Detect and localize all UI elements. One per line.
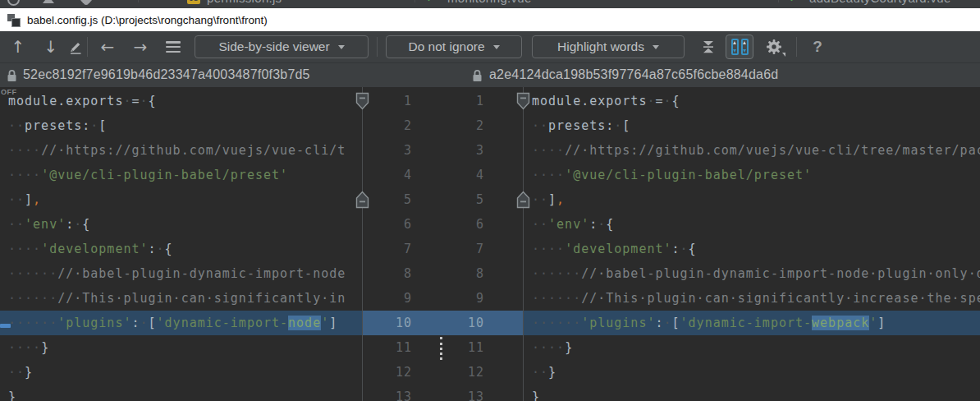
code-token: ······ xyxy=(532,316,581,330)
code-token: presets: xyxy=(548,118,614,133)
line-number-left: 9 xyxy=(363,286,412,311)
fold-region-marker[interactable] xyxy=(516,191,530,209)
tab-monitoring-vue[interactable]: monitoring.vue xyxy=(447,0,532,5)
code-token: ···· xyxy=(8,143,41,158)
tab-separator xyxy=(778,0,779,2)
code-token: ' xyxy=(321,316,329,330)
code-token: · xyxy=(598,217,606,232)
circle-icon[interactable] xyxy=(7,0,20,6)
code-token: //·https://github.com/vuejs/vue-cli/tree… xyxy=(565,143,980,158)
code-token: } xyxy=(25,365,33,380)
chevron-down-icon xyxy=(653,45,659,49)
diff-window-icon xyxy=(7,14,20,26)
code-token: ·· xyxy=(8,365,25,380)
navigate-forward-button[interactable]: → xyxy=(124,35,157,59)
tab-permission-js[interactable]: permission.js xyxy=(207,0,282,5)
fold-region-marker[interactable] xyxy=(355,191,369,209)
toolbar-separator xyxy=(377,37,378,57)
line-number-left: 13 xyxy=(363,385,412,401)
vcs-incoming-arrow-icon: ↓ xyxy=(789,0,795,3)
menu-button[interactable] xyxy=(157,35,190,59)
code-line: ····'@vue/cli-plugin-babel/preset' xyxy=(0,163,362,187)
window-title: babel.config.js (D:\projects\rongchang\f… xyxy=(27,14,268,26)
line-number-right: 6 xyxy=(435,212,484,237)
settings-button[interactable] xyxy=(760,35,788,59)
navigate-back-button[interactable]: ← xyxy=(91,35,124,59)
code-token: [ xyxy=(98,118,107,133)
code-token: ] xyxy=(329,316,337,330)
code-line: ······'plugins':·['dynamic-import-webpac… xyxy=(524,311,980,335)
left-code-pane[interactable]: module.exports·=·{··presets:·[····//·htt… xyxy=(0,87,362,401)
help-button[interactable]: ? xyxy=(805,35,830,59)
code-token: · xyxy=(140,94,149,108)
settings-flower-icon[interactable] xyxy=(81,0,91,4)
hamburger-icon xyxy=(166,41,181,53)
code-token: , xyxy=(556,192,565,207)
ignore-policy-dropdown[interactable]: Do not ignore xyxy=(386,35,522,58)
highlight-mode-dropdown[interactable]: Highlight words xyxy=(532,35,685,58)
line-number-right: 5 xyxy=(435,187,484,212)
code-token: ·· xyxy=(532,192,548,207)
code-token: //·This·plugin·can·significantly·in xyxy=(57,291,346,306)
line-number-left: 12 xyxy=(363,360,412,385)
line-number-right: 10 xyxy=(435,311,484,335)
code-line: ······'plugins':·['dynamic-import-node'] xyxy=(0,311,362,335)
collapse-icon xyxy=(700,39,717,55)
line-number-right: 1 xyxy=(435,89,484,113)
code-token: ···· xyxy=(8,242,41,256)
code-token: 'plugins' xyxy=(57,316,131,330)
edit-pencil-button[interactable] xyxy=(67,35,84,59)
toolbar-separator xyxy=(796,37,797,57)
chevron-down-icon xyxy=(493,45,500,49)
code-line: ······//·babel-plugin-dynamic-import-nod… xyxy=(0,261,362,286)
code-line: ····} xyxy=(524,335,980,360)
next-change-button[interactable]: ↓ xyxy=(34,35,67,59)
line-number-left: 6 xyxy=(363,212,412,237)
code-token: [ xyxy=(622,118,630,133)
code-token: node xyxy=(288,316,321,330)
scrollbar-icon xyxy=(731,39,739,55)
tab-separator xyxy=(138,0,139,2)
code-token: ·· xyxy=(8,118,25,133)
viewer-mode-label: Side-by-side viewer xyxy=(218,39,329,54)
sync-scroll-toggle[interactable] xyxy=(726,35,753,59)
code-token: : xyxy=(66,217,74,232)
line-number-right: 2 xyxy=(435,113,484,138)
close-icon[interactable]: × xyxy=(937,0,943,3)
line-number-left: 7 xyxy=(363,237,412,261)
code-line: ··} xyxy=(524,360,980,385)
gear-icon xyxy=(765,38,783,56)
code-token: , xyxy=(33,192,41,207)
code-line: module.exports·=·{ xyxy=(524,89,980,113)
right-code-pane[interactable]: module.exports·=·{··presets:·[····//·htt… xyxy=(524,87,980,401)
line-number-left: 4 xyxy=(363,163,412,187)
previous-change-button[interactable]: ↑ xyxy=(2,35,34,59)
triangle-up-icon[interactable] xyxy=(43,0,54,3)
collapse-unchanged-button[interactable] xyxy=(691,35,726,59)
close-icon[interactable]: × xyxy=(575,0,580,3)
code-token: · xyxy=(90,118,98,133)
code-line: ····'@vue/cli-plugin-babel/preset' xyxy=(524,163,980,187)
off-indicator: OFF xyxy=(1,88,17,96)
tab-addbeautycourtyard-vue[interactable]: addBeautyCourtyard.vue xyxy=(809,0,951,5)
code-token: · xyxy=(647,94,655,108)
close-icon[interactable]: × xyxy=(322,0,327,3)
code-token: '@vue/cli-plugin-babel/preset' xyxy=(41,168,288,182)
code-line: ······//·This·plugin·can·significantly·i… xyxy=(0,286,362,311)
line-number-left: 11 xyxy=(363,335,412,360)
line-number-row: 44 xyxy=(363,163,523,187)
code-token: ···· xyxy=(532,242,565,256)
line-number-right: 4 xyxy=(435,163,484,187)
fold-region-marker[interactable] xyxy=(355,92,369,110)
line-number-gutter: 1122334455667788991010111112121313 xyxy=(363,87,523,401)
viewer-mode-dropdown[interactable]: Side-by-side viewer xyxy=(195,35,369,58)
code-token: ···· xyxy=(8,340,41,355)
line-number-left: 8 xyxy=(363,261,412,286)
code-token: : xyxy=(672,242,680,256)
code-token: ···· xyxy=(532,168,565,182)
line-number-right: 9 xyxy=(435,286,484,311)
line-number-left: 3 xyxy=(363,138,412,163)
line-number-row: 1010 xyxy=(363,311,523,335)
code-token: ······ xyxy=(532,266,581,281)
fold-region-marker[interactable] xyxy=(516,92,530,110)
